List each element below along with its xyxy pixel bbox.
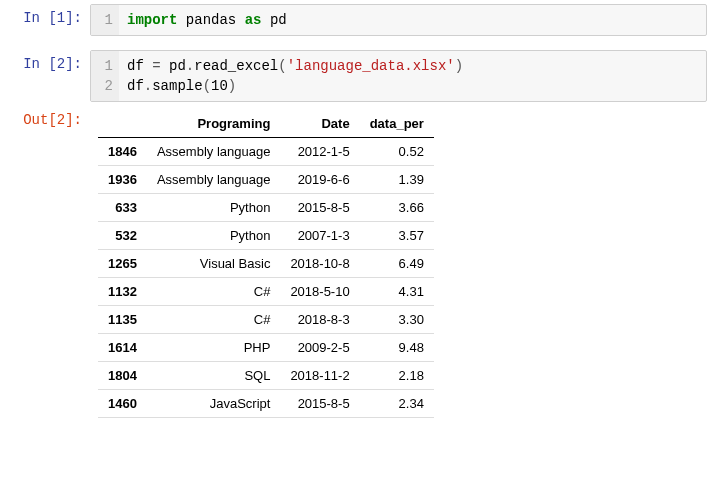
table-row: 1936Assembly language2019-6-61.39 — [98, 166, 434, 194]
row-index: 633 — [98, 194, 147, 222]
table-cell: Assembly language — [147, 166, 280, 194]
table-cell: JavaScript — [147, 390, 280, 418]
table-cell: PHP — [147, 334, 280, 362]
row-index: 1936 — [98, 166, 147, 194]
table-cell: 3.57 — [360, 222, 434, 250]
table-cell: 2.18 — [360, 362, 434, 390]
code-content-2[interactable]: df = pd.read_excel('language_data.xlsx')… — [119, 51, 706, 101]
code-input-2[interactable]: 1 2 df = pd.read_excel('language_data.xl… — [90, 50, 707, 102]
table-cell: C# — [147, 306, 280, 334]
table-cell: 2009-2-5 — [280, 334, 359, 362]
header-col: data_per — [360, 110, 434, 138]
table-row: 1614PHP2009-2-59.48 — [98, 334, 434, 362]
table-cell: 2015-8-5 — [280, 390, 359, 418]
line-number: 1 — [97, 10, 113, 30]
table-row: 1460JavaScript2015-8-52.34 — [98, 390, 434, 418]
line-gutter-2: 1 2 — [91, 51, 119, 101]
table-row: 1265Visual Basic2018-10-86.49 — [98, 250, 434, 278]
table-row: 1804SQL2018-11-22.18 — [98, 362, 434, 390]
table-cell: 2007-1-3 — [280, 222, 359, 250]
row-index: 1614 — [98, 334, 147, 362]
table-row: 633Python2015-8-53.66 — [98, 194, 434, 222]
table-cell: 4.31 — [360, 278, 434, 306]
line-number: 1 — [97, 56, 113, 76]
table-body: 1846Assembly language2012-1-50.521936Ass… — [98, 138, 434, 418]
row-index: 1132 — [98, 278, 147, 306]
table-cell: 2018-10-8 — [280, 250, 359, 278]
table-cell: 2012-1-5 — [280, 138, 359, 166]
cell-out-2: Out[2]: Programing Date data_per 1846Ass… — [0, 106, 707, 418]
table-header-row: Programing Date data_per — [98, 110, 434, 138]
table-cell: 2018-8-3 — [280, 306, 359, 334]
table-row: 1132C#2018-5-104.31 — [98, 278, 434, 306]
row-index: 532 — [98, 222, 147, 250]
code-content-1[interactable]: import pandas as pd — [119, 5, 706, 35]
cell-in-1: In [1]: 1 import pandas as pd — [0, 4, 707, 36]
table-cell: 3.30 — [360, 306, 434, 334]
table-cell: 2018-5-10 — [280, 278, 359, 306]
code-input-1[interactable]: 1 import pandas as pd — [90, 4, 707, 36]
header-col: Date — [280, 110, 359, 138]
row-index: 1135 — [98, 306, 147, 334]
prompt-in-2: In [2]: — [0, 50, 90, 72]
table-row: 532Python2007-1-33.57 — [98, 222, 434, 250]
table-cell: SQL — [147, 362, 280, 390]
row-index: 1265 — [98, 250, 147, 278]
table-cell: 9.48 — [360, 334, 434, 362]
table-cell: 0.52 — [360, 138, 434, 166]
table-cell: 3.66 — [360, 194, 434, 222]
table-row: 1846Assembly language2012-1-50.52 — [98, 138, 434, 166]
cell-in-2: In [2]: 1 2 df = pd.read_excel('language… — [0, 50, 707, 102]
row-index: 1804 — [98, 362, 147, 390]
table-cell: Visual Basic — [147, 250, 280, 278]
prompt-in-1: In [1]: — [0, 4, 90, 26]
row-index: 1460 — [98, 390, 147, 418]
table-cell: Python — [147, 194, 280, 222]
header-index-blank — [98, 110, 147, 138]
line-number: 2 — [97, 76, 113, 96]
header-col: Programing — [147, 110, 280, 138]
line-gutter-1: 1 — [91, 5, 119, 35]
table-cell: 2.34 — [360, 390, 434, 418]
table-cell: 2015-8-5 — [280, 194, 359, 222]
table-row: 1135C#2018-8-33.30 — [98, 306, 434, 334]
output-area-2: Programing Date data_per 1846Assembly la… — [90, 106, 707, 418]
table-header: Programing Date data_per — [98, 110, 434, 138]
table-cell: C# — [147, 278, 280, 306]
table-cell: Assembly language — [147, 138, 280, 166]
table-cell: 1.39 — [360, 166, 434, 194]
table-cell: 2019-6-6 — [280, 166, 359, 194]
dataframe-table: Programing Date data_per 1846Assembly la… — [98, 110, 434, 418]
table-cell: 2018-11-2 — [280, 362, 359, 390]
row-index: 1846 — [98, 138, 147, 166]
table-cell: 6.49 — [360, 250, 434, 278]
table-cell: Python — [147, 222, 280, 250]
prompt-out-2: Out[2]: — [0, 106, 90, 128]
